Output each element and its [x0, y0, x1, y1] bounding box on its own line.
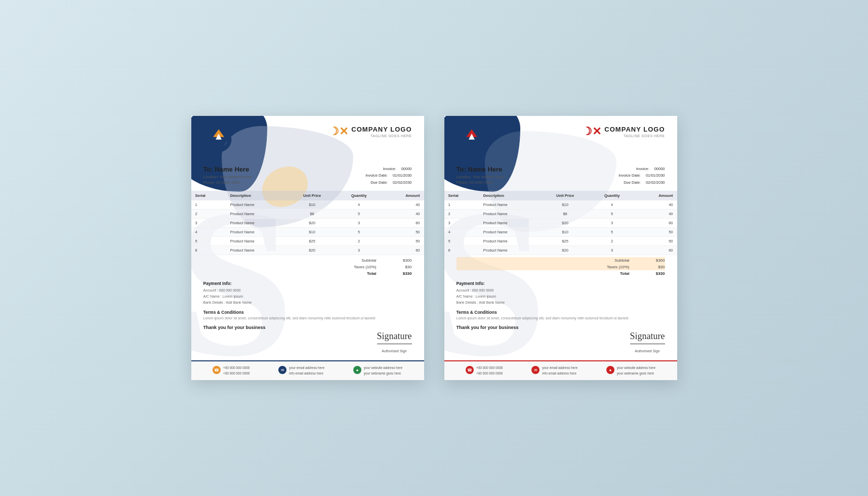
invoice-totals-2: Subtotal$300 Taxes (10%)$30 Total$330: [444, 256, 677, 278]
signature-area: Signature Authorised Sign: [191, 331, 424, 358]
col-description-2: Description: [479, 191, 541, 200]
signature-text: Signature: [377, 331, 412, 342]
company-logo: ☽✕ COMPANY LOGO TAGLINE GOES HERE: [329, 125, 411, 138]
company-logo-2: ☽✕ COMPANY LOGO TAGLINE GOES HERE: [582, 125, 665, 138]
invoice-footer-2: ☎ +00 000 000 0000+00 000 000 0000 ✉ you…: [444, 360, 677, 380]
to-phone-2: Phone: 00 0000 0000: [457, 180, 505, 185]
table-row: 4Product Name$10550: [191, 228, 424, 237]
col-serial: Serial: [191, 191, 226, 200]
footer-email: ✉ your email address hereinfo email addr…: [278, 365, 324, 376]
footer-email-2: ✉ your email address hereinfo email addr…: [531, 365, 577, 376]
payment-bank-2: Bank Details : Add Bank Name: [457, 300, 505, 306]
total-row-2: Total$330: [457, 270, 665, 277]
brand-icon-2: [457, 125, 487, 153]
taxes-row: Taxes (10%)$30: [203, 264, 412, 270]
signature-text-2: Signature: [630, 331, 665, 342]
col-unit-price: Unit Price: [287, 191, 337, 200]
authorised-sign-label: Authorised Sign: [382, 349, 406, 353]
col-quantity-2: Quantity: [590, 191, 634, 200]
to-phone: Phone: 00 0000 0000: [203, 180, 252, 185]
terms-section: Terms & Conditions Lorem ipsum dolor sit…: [191, 307, 424, 322]
invoice-header-2: ☽✕ COMPANY LOGO TAGLINE GOES HERE: [444, 116, 677, 161]
logo-symbol: ☽✕: [329, 125, 348, 138]
brand-icon: [203, 125, 234, 153]
website-icon: ●: [353, 366, 361, 374]
footer-website-2: ● your website address hereyour webname …: [606, 365, 655, 376]
invoice-table-2: Serial Description Unit Price Quantity A…: [444, 191, 677, 255]
invoice-to-section-2: To: Name Here Location: Your Address Her…: [444, 161, 677, 189]
payment-section-2: Payment Info: Account : 000 000 0000 A/C…: [444, 278, 677, 307]
terms-text: Lorem ipsum dolor sit amet, consectetuer…: [203, 316, 412, 321]
invoice-header: ☽✕ COMPANY LOGO TAGLINE GOES HERE: [191, 116, 424, 161]
table-row: 2Product Name$8540: [444, 210, 677, 219]
company-tagline: TAGLINE GOES HERE: [351, 134, 411, 138]
email-icon-2: ✉: [531, 366, 540, 374]
table-row: 5Product Name$25250: [444, 237, 677, 246]
terms-text-2: Lorem ipsum dolor sit amet, consectetuer…: [457, 316, 665, 321]
authorised-sign-label-2: Authorised Sign: [635, 349, 659, 353]
col-description: Description: [226, 191, 287, 200]
invoice-footer: ☎ +00 000 000 0000+00 000 000 0000 ✉ you…: [191, 360, 424, 380]
table-row: 2Product Name$8540: [191, 210, 424, 219]
col-quantity: Quantity: [337, 191, 381, 200]
payment-title: Payment Info:: [203, 281, 252, 286]
subtotal-row: Subtotal$300: [203, 257, 412, 264]
table-row: 4Product Name$10550: [444, 228, 677, 237]
col-amount-2: Amount: [634, 191, 677, 200]
phone-icon: ☎: [213, 366, 221, 374]
footer-phone-2: ☎ +00 000 000 0000+00 000 000 0000: [466, 365, 503, 376]
to-location: Location: Your Address Here: [203, 174, 252, 180]
invoice-red: S ☽✕ COMPANY LOGO TAGLINE GOES HERE: [444, 116, 677, 380]
subtotal-row-2: Subtotal$300: [457, 257, 665, 264]
invoice-details-2: Invoice:00000 Invoice Date:01/01/2030 Du…: [618, 166, 665, 186]
payment-bank: Bank Details : Add Bank Name: [203, 300, 252, 306]
col-unit-price-2: Unit Price: [541, 191, 590, 200]
to-name-2: To: Name Here: [457, 166, 505, 173]
col-serial-2: Serial: [444, 191, 479, 200]
table-row: 6Product Name$20360: [191, 246, 424, 255]
payment-ac-name: A/C Name : Lorem ipsum: [203, 294, 252, 300]
thankyou-text: Thank you for your business: [191, 322, 424, 331]
payment-section: Payment Info: Account : 000 000 0000 A/C…: [191, 278, 424, 307]
table-row: 3Product Name$20360: [444, 219, 677, 228]
payment-account-2: Account : 000 000 0000: [457, 287, 505, 294]
company-name-2: COMPANY LOGO: [604, 126, 665, 133]
terms-title-2: Terms & Conditions: [457, 310, 665, 315]
logo-symbol-2: ☽✕: [582, 125, 601, 138]
website-icon-2: ●: [606, 366, 614, 374]
to-location-2: Location: Your Address Here: [457, 174, 505, 180]
phone-icon-2: ☎: [466, 366, 474, 374]
table-row: 6Product Name$20360: [444, 246, 677, 255]
terms-title: Terms & Conditions: [203, 310, 412, 315]
invoice-totals: Subtotal$300 Taxes (10%)$30 Total$330: [191, 256, 424, 278]
table-row: 1Product Name$10440: [444, 200, 677, 210]
table-row: 3Product Name$20360: [191, 219, 424, 228]
thankyou-text-2: Thank you for your business: [444, 322, 677, 331]
payment-account: Account : 000 000 0000: [203, 287, 252, 294]
table-row: 5Product Name$25250: [191, 237, 424, 246]
footer-website: ● your website address hereyour webname …: [353, 365, 402, 376]
taxes-row-2: Taxes (10%)$30: [457, 264, 665, 270]
payment-ac-name-2: A/C Name : Lorem ipsum: [457, 294, 505, 300]
signature-area-2: Signature Authorised Sign: [444, 331, 677, 358]
email-icon: ✉: [278, 366, 286, 374]
table-row: 1Product Name$10440: [191, 200, 424, 210]
company-tagline-2: TAGLINE GOES HERE: [604, 134, 665, 138]
total-row: Total$330: [203, 270, 412, 277]
invoice-to-section: To: Name Here Location: Your Address Her…: [191, 161, 424, 189]
terms-section-2: Terms & Conditions Lorem ipsum dolor sit…: [444, 307, 677, 322]
footer-phone: ☎ +00 000 000 0000+00 000 000 0000: [213, 365, 250, 376]
invoice-orange: S ☽✕ COMPANY LOGO TAGLINE GOES HERE: [191, 116, 424, 380]
to-name: To: Name Here: [203, 166, 252, 173]
company-name: COMPANY LOGO: [351, 126, 411, 133]
invoice-table: Serial Description Unit Price Quantity A…: [191, 191, 424, 255]
col-amount: Amount: [381, 191, 424, 200]
payment-title-2: Payment Info:: [457, 281, 505, 286]
invoice-details: Invoice:00000 Invoice Date:01/01/2030 Du…: [365, 166, 411, 186]
